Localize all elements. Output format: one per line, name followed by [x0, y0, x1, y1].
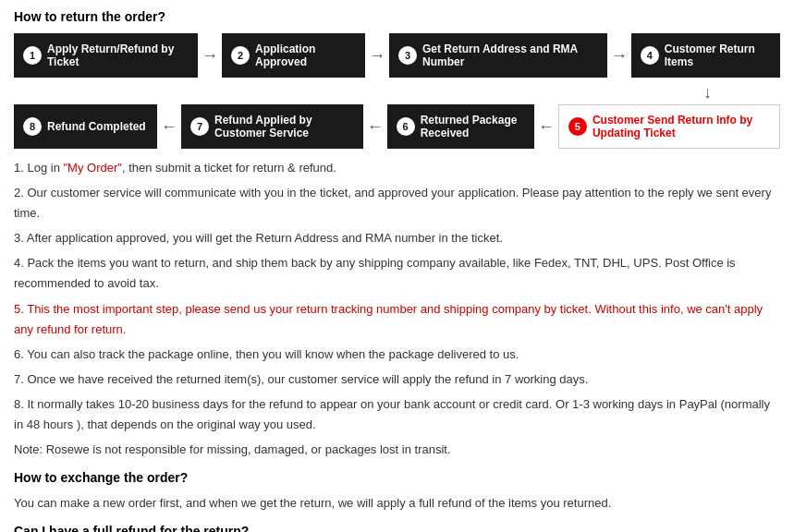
step-5-label: Customer Send Return Info by Updating Ti…	[592, 114, 770, 139]
step-4-box: 4 Customer Return Items	[631, 33, 780, 78]
arrow-8-7: ←	[161, 117, 177, 137]
step-8-box: 8 Refund Completed	[14, 104, 157, 149]
instruction-5: 5. This the most important step, please …	[14, 299, 780, 340]
step-4-label: Customer Return Items	[665, 42, 771, 68]
note-text: Note: Rosewe is not responsible for miss…	[14, 440, 780, 460]
instruction-3: 3. After application approved, you will …	[14, 228, 780, 248]
full-refund-title: Can I have a full refund for the return?	[14, 521, 780, 532]
step-2-label: Application Approved	[255, 42, 356, 68]
flow-row-2: 8 Refund Completed ← 7 Refund Applied by…	[14, 104, 780, 149]
step-5-num: 5	[568, 117, 587, 136]
instruction-1: 1. Log in "My Order", then submit a tick…	[14, 158, 780, 178]
step-7-num: 7	[190, 117, 209, 136]
instruction-8: 8. It normally takes 10-20 business days…	[14, 394, 780, 435]
step-8-num: 8	[23, 117, 42, 136]
step-1-num: 1	[23, 46, 42, 65]
arrow-down: ↓	[703, 83, 712, 103]
arrow-1-2: →	[202, 46, 218, 66]
instruction-6: 6. You can also track the package online…	[14, 345, 780, 365]
exchange-title: How to exchange the order?	[14, 467, 780, 490]
instruction-2: 2. Our customer service will communicate…	[14, 183, 780, 224]
step-1-box: 1 Apply Return/Refund by Ticket	[14, 33, 198, 78]
instructions-section: 1. Log in "My Order", then submit a tick…	[14, 158, 780, 532]
instruction-4: 4. Pack the items you want to return, an…	[14, 253, 780, 294]
step-5-box: 5 Customer Send Return Info by Updating …	[558, 104, 780, 149]
step-2-num: 2	[231, 46, 250, 65]
flow-row-1: 1 Apply Return/Refund by Ticket → 2 Appl…	[14, 33, 780, 78]
step-1-label: Apply Return/Refund by Ticket	[47, 42, 189, 68]
page-title: How to return the order?	[14, 9, 780, 24]
arrow-7-6: ←	[367, 117, 384, 137]
step-7-box: 7 Refund Applied by Customer Service	[181, 104, 363, 149]
step-3-num: 3	[398, 46, 417, 65]
step-6-box: 6 Returned Package Received	[387, 104, 534, 149]
step-4-num: 4	[641, 46, 659, 65]
step-6-label: Returned Package Received	[421, 114, 525, 139]
my-order-link[interactable]: "My Order"	[64, 161, 122, 175]
step-7-label: Refund Applied by Customer Service	[214, 114, 354, 139]
exchange-text: You can make a new order first, and when…	[14, 493, 780, 514]
flow-diagram: 1 Apply Return/Refund by Ticket → 2 Appl…	[14, 33, 780, 149]
down-arrow-container: ↓	[14, 83, 780, 103]
step-6-num: 6	[397, 117, 415, 136]
step-3-box: 3 Get Return Address and RMA Number	[389, 33, 607, 78]
step-3-label: Get Return Address and RMA Number	[422, 42, 598, 68]
step-2-box: 2 Application Approved	[222, 33, 365, 78]
arrow-3-4: →	[611, 46, 628, 66]
arrow-6-5: ←	[538, 117, 555, 137]
instruction-7: 7. Once we have received the returned it…	[14, 369, 780, 390]
step-8-label: Refund Completed	[47, 120, 146, 133]
arrow-2-3: →	[369, 46, 385, 66]
